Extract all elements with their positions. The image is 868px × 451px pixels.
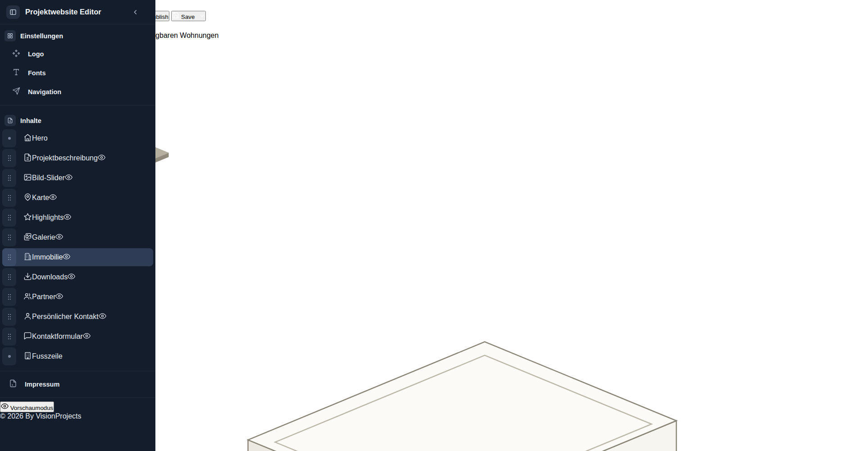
divider — [0, 105, 155, 105]
preview-mode-button[interactable]: Vorschaumodus — [0, 401, 54, 412]
drag-handle[interactable] — [2, 328, 16, 346]
divider — [0, 397, 155, 398]
message-square-icon — [23, 332, 32, 342]
eye-icon — [1, 405, 9, 411]
visibility-icon[interactable] — [98, 154, 105, 163]
active-dot — [2, 129, 16, 147]
sidebar-item-downloads[interactable]: Downloads — [2, 268, 153, 286]
visibility-icon[interactable] — [65, 173, 73, 183]
app-title: Projektwebsite Editor — [25, 8, 127, 16]
visibility-icon[interactable] — [68, 273, 75, 282]
sidebar-item-label: Impressum — [25, 381, 59, 388]
chevron-down-icon[interactable] — [199, 14, 205, 20]
sidebar-item-bild-slider[interactable]: Bild-Slider — [2, 169, 153, 187]
user-icon — [23, 312, 32, 322]
star-icon — [23, 213, 32, 223]
active-dot — [2, 347, 16, 365]
building-icon — [23, 252, 32, 263]
file-icon — [9, 379, 17, 389]
sidebar-item-karte[interactable]: Karte — [2, 189, 153, 207]
download-icon — [23, 272, 32, 282]
content-section-label: Inhalte — [20, 117, 41, 124]
sidebar-item-immobilie[interactable]: Immobilie — [2, 248, 153, 266]
sidebar-item-highlights[interactable]: Highlights — [2, 209, 153, 227]
drag-handle[interactable] — [2, 169, 16, 187]
send-icon — [12, 87, 20, 97]
sidebar-item-logo[interactable]: Logo — [0, 45, 155, 64]
visibility-icon[interactable] — [49, 193, 57, 203]
sidebar-item-label: Logo — [28, 50, 44, 58]
sidebar-item-navigation[interactable]: Navigation — [0, 82, 155, 101]
sidebar-item-kontaktformular[interactable]: Kontaktformular — [2, 328, 153, 346]
document-icon — [5, 115, 16, 126]
visibility-icon[interactable] — [55, 292, 63, 302]
content-section-header: Inhalte — [0, 115, 155, 126]
sidebar-item-fusszeile[interactable]: Fusszeile — [2, 347, 153, 365]
divider — [0, 371, 155, 371]
settings-grid-icon — [5, 30, 16, 41]
sidebar-header: Projektwebsite Editor — [0, 0, 155, 24]
drag-handle[interactable] — [2, 209, 16, 227]
sidebar-item-impressum[interactable]: Impressum — [0, 375, 155, 394]
settings-section-header: Einstellungen — [0, 30, 155, 41]
shapes-icon — [12, 49, 20, 59]
copyright-text: © 2026 By VisionProjects — [0, 412, 155, 420]
sidebar-item-projektbeschreibung[interactable]: Projektbeschreibung — [2, 149, 153, 167]
settings-section-label: Einstellungen — [20, 32, 63, 40]
file-text-icon — [23, 153, 32, 164]
visibility-icon[interactable] — [63, 253, 70, 262]
visibility-icon[interactable] — [99, 312, 106, 322]
sidebar-item-fonts[interactable]: Fonts — [0, 64, 155, 82]
users-icon — [23, 292, 32, 302]
visibility-icon[interactable] — [64, 213, 71, 223]
visibility-icon[interactable] — [83, 332, 91, 342]
drag-handle[interactable] — [2, 149, 16, 167]
visibility-icon[interactable] — [55, 233, 63, 242]
drag-handle[interactable] — [2, 308, 16, 326]
type-icon — [12, 68, 20, 78]
save-label: Save — [181, 14, 195, 20]
drag-handle[interactable] — [2, 268, 16, 286]
sidebar-item-label: Navigation — [28, 88, 61, 96]
map-pin-icon — [23, 193, 32, 203]
sidebar-item-label: Fonts — [28, 69, 45, 77]
sidebar-item-partner[interactable]: Partner — [2, 288, 153, 306]
drag-handle[interactable] — [2, 189, 16, 207]
preview-mode-label: Vorschaumodus — [10, 405, 54, 411]
home-icon — [23, 133, 32, 144]
drag-handle[interactable] — [2, 228, 16, 246]
sidebar: Projektwebsite Editor Einstellungen Logo… — [0, 0, 155, 451]
building-facade-icon — [23, 351, 32, 362]
sidebar-item-hero[interactable]: Hero — [2, 129, 153, 147]
drag-handle[interactable] — [2, 288, 16, 306]
sidebar-item-persoenlicher-kontakt[interactable]: Persönlicher Kontakt — [2, 308, 153, 326]
image-icon — [23, 173, 32, 183]
panel-toggle-icon[interactable] — [6, 5, 20, 19]
save-icon — [172, 14, 179, 20]
sidebar-item-galerie[interactable]: Galerie — [2, 228, 153, 246]
app-root: Projektwebsite Editor Einstellungen Logo… — [0, 0, 868, 451]
save-button[interactable]: Save — [171, 11, 206, 21]
drag-handle[interactable] — [2, 248, 16, 266]
collapse-sidebar-button[interactable] — [132, 9, 139, 16]
images-icon — [23, 232, 32, 243]
